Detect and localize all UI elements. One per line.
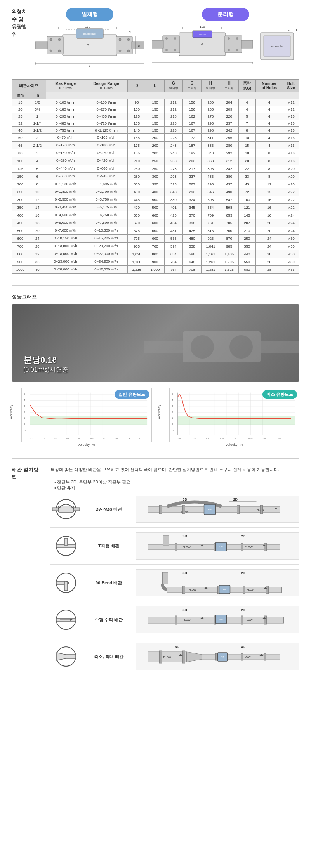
svg-text:2D: 2D [241, 571, 246, 575]
svg-rect-211 [160, 651, 162, 663]
svg-text:1: 1 [139, 437, 140, 440]
diagram-separated: 분리형 100 [152, 8, 299, 68]
svg-text:2: 2 [24, 411, 25, 413]
svg-text:3: 3 [24, 404, 25, 407]
perf-text-main: 분당0.1ℓ [23, 354, 68, 366]
svg-rect-136 [52, 508, 58, 511]
svg-text:FM: FM [223, 588, 226, 591]
svg-rect-87 [30, 416, 147, 425]
svg-point-43 [174, 49, 176, 51]
divider-2 [12, 458, 299, 459]
svg-point-20 [127, 50, 130, 52]
graph2-y-axis: Accuracy [157, 405, 161, 419]
svg-text:FLOW: FLOW [183, 619, 191, 621]
svg-rect-8 [116, 36, 132, 54]
svg-text:4: 4 [24, 398, 25, 401]
perf-text-sub: (0.01m/s)시연중 [23, 366, 68, 374]
svg-text:FLOW: FLOW [245, 619, 253, 621]
svg-rect-34 [163, 36, 180, 53]
svg-text:4: 4 [172, 398, 173, 401]
svg-rect-215 [264, 653, 266, 660]
integrated-type-button[interactable]: 일체형 [66, 8, 113, 21]
graph2-container: 미소 유량모드 5 4 3 2 1 0 -1 [169, 388, 300, 442]
dimensions-section: 외형치수 및 유량범위 일체형 170 [12, 8, 299, 68]
svg-text:0.03: 0.03 [206, 437, 210, 440]
svg-text:5: 5 [172, 392, 173, 395]
svg-marker-209 [187, 652, 202, 662]
svg-point-16 [58, 50, 61, 52]
svg-point-44 [228, 37, 230, 40]
graph2-label: 미소 유량모드 [262, 390, 297, 399]
table-row: 125 5 0~440 ㎥/h 0~660 ㎥/h 250 250 273 21… [12, 165, 299, 173]
separated-type-button[interactable]: 분리형 [202, 8, 249, 21]
pipe-installation-section: 배관 설치방법 특성에 맞는 다양한 배관을 보유하고 있어 선택의 폭이 넓으… [12, 466, 299, 675]
svg-text:2D: 2D [241, 534, 246, 538]
svg-rect-176 [183, 586, 185, 594]
svg-rect-159 [175, 543, 177, 551]
table-row: 32 1-1/4 0~480 ℓ/min 0~720 ℓ/min 135 150… [12, 120, 299, 127]
table-row: 100 4 0~280 ㎥/h 0~420 ㎥/h 210 250 258 20… [12, 157, 299, 165]
contraction-name: 축소, 확대 배관 [89, 654, 128, 660]
section-title-dimensions: 외형치수 및 유량범위 [12, 8, 30, 38]
svg-rect-162 [264, 543, 267, 551]
graph-normal-flow: Accuracy 일반 유량모드 5 4 3 2 1 0 -1 [12, 388, 152, 447]
ttype-diagram: 3D 2D F [136, 532, 299, 560]
svg-text:5: 5 [24, 392, 25, 395]
bypass-diagram: 3D 2D FLOW [136, 496, 299, 523]
ttype-icon [50, 534, 82, 558]
table-row: 450 18 0~5,000 ㎥/h 0~7,500 ㎥/h 620 600 4… [12, 219, 299, 227]
svg-point-41 [174, 37, 176, 40]
svg-rect-150 [237, 505, 240, 514]
table-row: 15 1/2 0~100 ℓ/min 0~150 ℓ/min 95 150 21… [12, 99, 299, 106]
svg-rect-36 [152, 40, 163, 48]
table-section: 배관사이즈 Max Range0~10m/s Design Range0~15m… [12, 79, 299, 274]
ttype-diagram-svg: 3D 2D F [136, 534, 299, 559]
separated-diagram-svg: 100 se [152, 25, 299, 68]
svg-point-14 [58, 38, 61, 41]
svg-text:G: G [87, 43, 89, 47]
svg-text:FLOW: FLOW [245, 546, 253, 549]
bypass-name: By-Pass 배관 [89, 506, 128, 512]
pipe-bullet-2: • 만관 유지 [54, 485, 299, 491]
svg-text:0.1: 0.1 [30, 437, 33, 440]
pipe-row-bypass: By-Pass 배관 3D 2D [50, 491, 299, 528]
graph-micro-wrapper: Accuracy 미소 유량모드 5 4 3 2 1 0 -1 [160, 388, 300, 447]
svg-rect-158 [163, 535, 169, 545]
svg-text:4D: 4D [241, 645, 246, 649]
integrated-diagram-svg: 170 167 [35, 25, 144, 68]
graph1-container: 일반 유량모드 5 4 3 2 1 0 -1 [21, 388, 152, 442]
svg-text:0.06: 0.06 [248, 437, 252, 440]
bend90-diagram-svg: 3D 2D [136, 570, 299, 596]
svg-point-61 [229, 335, 253, 359]
graph-normal-wrapper: Accuracy 일반 유량모드 5 4 3 2 1 0 -1 [12, 388, 152, 447]
svg-text:1: 1 [24, 417, 25, 419]
graph1-label: 일반 유량모드 [115, 390, 149, 399]
svg-rect-7 [47, 36, 63, 54]
svg-text:3D: 3D [183, 571, 188, 575]
svg-text:L: L [288, 28, 290, 31]
svg-text:L: L [202, 64, 203, 67]
svg-text:FM: FM [219, 618, 223, 620]
svg-text:-1: -1 [24, 429, 26, 431]
svg-rect-179 [266, 586, 269, 594]
svg-rect-154 [64, 538, 68, 545]
svg-text:-1: -1 [172, 429, 174, 431]
svg-rect-205 [66, 655, 76, 658]
svg-text:1: 1 [172, 417, 173, 419]
svg-text:0.6: 0.6 [90, 437, 93, 440]
svg-rect-148 [160, 505, 162, 514]
svg-text:transmitter: transmitter [270, 45, 283, 48]
svg-text:0.08: 0.08 [277, 437, 281, 440]
bypass-diagram-svg: 3D 2D FLOW [136, 497, 299, 522]
performance-section: 성능그래프 분당0.1ℓ (0.01m/s)시연중 Accuracy [12, 293, 299, 447]
hvpipe-diagram: 3D 2D FM [136, 606, 299, 633]
pipe-row-90bend: 90 Bend 배관 3D 2D [50, 565, 299, 601]
svg-text:0.04: 0.04 [220, 437, 224, 440]
contraction-icon [50, 645, 82, 668]
svg-text:6D: 6D [175, 645, 180, 649]
diagram-integrated: 일체형 170 167 [35, 8, 144, 68]
svg-rect-63 [261, 341, 299, 353]
svg-text:0.2: 0.2 [42, 437, 45, 440]
svg-rect-195 [241, 616, 243, 624]
svg-marker-204 [56, 653, 66, 660]
